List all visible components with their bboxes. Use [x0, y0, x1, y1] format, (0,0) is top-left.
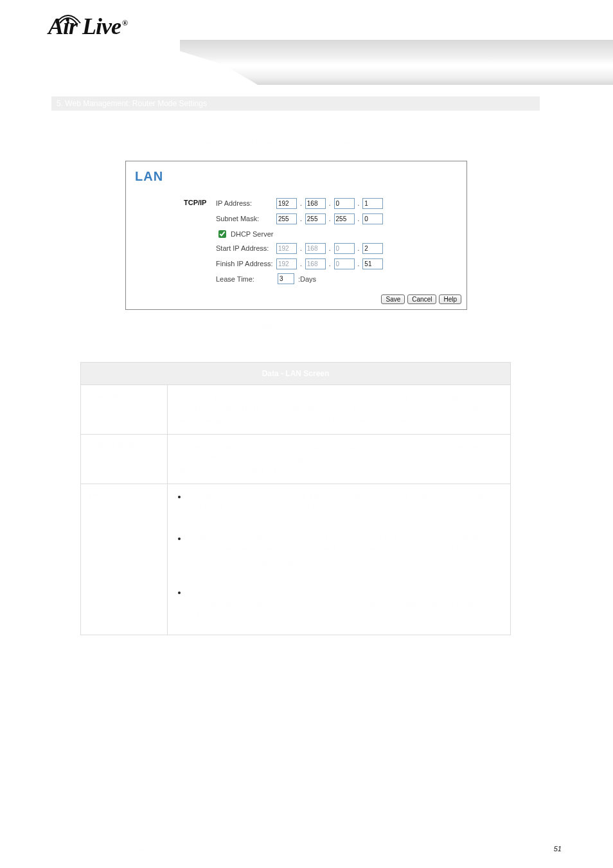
- finish-ip-octet-2: [305, 258, 326, 269]
- start-ip-row: Start IP Address: . . .: [216, 242, 383, 254]
- row-value: If Enabled, the Wireless Router will all…: [168, 484, 511, 635]
- ip-address-row: IP Address: . . .: [216, 197, 383, 209]
- table-row: Subnet Mask The default value 255.255.25…: [81, 434, 511, 484]
- start-ip-label: Start IP Address:: [216, 244, 274, 252]
- start-ip-octet-4[interactable]: [362, 243, 383, 254]
- wifi-arc-icon: [53, 12, 83, 27]
- finish-ip-label: Finish IP Address:: [216, 260, 274, 267]
- ip-address-label: IP Address:: [216, 199, 274, 207]
- document-page: Air Live® 5. Web Management: Router Mode…: [0, 0, 613, 868]
- finish-ip-octet-1: [276, 258, 297, 269]
- finish-ip-row: Finish IP Address: . . .: [216, 258, 383, 269]
- row-key: IP Address: [81, 385, 168, 435]
- section-intro: Use the LAN link on the main menu to rea…: [57, 138, 532, 148]
- lan-button-row: Save Cancel Help: [381, 294, 461, 304]
- lan-panel-title: LAN: [135, 169, 163, 184]
- ip-octet-2[interactable]: [305, 198, 326, 209]
- cancel-button[interactable]: Cancel: [407, 294, 436, 304]
- start-ip-octet-2: [305, 243, 326, 254]
- section-title: LAN: [89, 121, 110, 132]
- row-value: The default value 255.255.255.0 is stand…: [168, 434, 511, 484]
- bullet-text: If Enabled, the Wireless Router will all…: [187, 492, 489, 513]
- subnet-mask-label: Subnet Mask:: [216, 215, 274, 222]
- chapter-stripe: 5. Web Management: Router Mode Settings: [51, 96, 540, 111]
- start-ip-octet-1: [276, 243, 297, 254]
- bullet-text: If you are already using a DHCP Server, …: [187, 534, 488, 566]
- table-row: IP Address IP address for the Wireless R…: [81, 385, 511, 435]
- finish-ip-octet-4[interactable]: [362, 258, 383, 269]
- row-key: Subnet Mask: [81, 434, 168, 484]
- dhcp-server-checkbox[interactable]: [218, 230, 226, 238]
- dhcp-server-row: DHCP Server: [216, 228, 273, 240]
- dhcp-bullets: If Enabled, the Wireless Router will all…: [175, 491, 502, 622]
- table-row: DHCP Server If Enabled, the Wireless Rou…: [81, 484, 511, 635]
- ip-octet-3[interactable]: [334, 198, 355, 209]
- figure-caption: Figure: LAN Screen: [257, 321, 324, 330]
- table-header: Data - LAN Screen: [81, 363, 511, 385]
- finish-ip-octet-3: [334, 258, 355, 269]
- lease-time-input[interactable]: [278, 273, 294, 284]
- ip-octet-1[interactable]: [276, 198, 297, 209]
- chapter-stripe-text: 5. Web Management: Router Mode Settings: [51, 99, 207, 108]
- start-ip-octet-3: [334, 243, 355, 254]
- lease-time-row: Lease Time: :Days: [216, 273, 316, 284]
- page-number: 51: [554, 845, 562, 853]
- help-button[interactable]: Help: [439, 294, 461, 304]
- registered-icon: ®: [122, 19, 127, 28]
- save-button[interactable]: Save: [381, 294, 405, 304]
- mask-octet-3[interactable]: [334, 213, 355, 224]
- footer-left-text: AirLive N450R User's Manual: [51, 845, 144, 853]
- dhcp-server-label: DHCP Server: [231, 230, 273, 238]
- ip-octet-4[interactable]: [362, 198, 383, 209]
- lease-time-label: Lease Time:: [216, 275, 274, 283]
- row-value: IP address for the Wireless Router, as s…: [168, 385, 511, 435]
- row-key: DHCP Server: [81, 484, 168, 635]
- mask-octet-4[interactable]: [362, 213, 383, 224]
- header-banner: [180, 40, 613, 85]
- lan-data-table: Data - LAN Screen IP Address IP address …: [80, 362, 511, 635]
- lan-config-panel: LAN TCP/IP IP Address: . . . Subnet Mask…: [125, 161, 467, 310]
- tcpip-label: TCP/IP: [184, 199, 206, 206]
- lease-time-unit: :Days: [298, 275, 316, 283]
- bullet-text: The Start IP Address and Finish IP Addre…: [187, 588, 494, 620]
- brand-logo: Air Live®: [48, 13, 127, 40]
- section-number: 5.1.5: [57, 119, 85, 134]
- mask-octet-1[interactable]: [276, 213, 297, 224]
- subnet-mask-row: Subnet Mask: . . .: [216, 213, 383, 224]
- svg-point-0: [67, 21, 69, 24]
- mask-octet-2[interactable]: [305, 213, 326, 224]
